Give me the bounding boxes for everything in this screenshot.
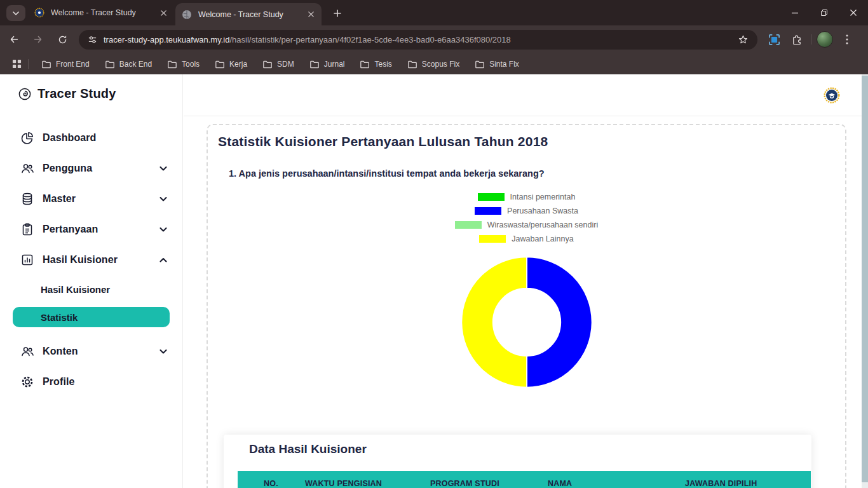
sidebar-item-dashboard[interactable]: Dashboard <box>20 128 168 148</box>
folder-icon <box>360 59 370 69</box>
sidebar-item-konten[interactable]: Konten <box>20 341 168 362</box>
page-title: Statistik Kuisioner Pertanyaan Lulusan T… <box>218 134 548 149</box>
folder-icon <box>167 59 177 69</box>
bookmark-folder[interactable]: Front End <box>34 57 97 72</box>
browser-tab-inactive[interactable]: Welcome - Tracer Study <box>28 0 174 25</box>
column-header-waktu-pengisian: WAKTU PENGISIAN <box>305 479 430 488</box>
legend-item[interactable]: Wiraswasta/perusahaan sendiri <box>455 218 598 232</box>
column-header-jawaban-dipilih: JAWABAN DIPILIH <box>685 479 811 488</box>
sidebar-item-hasil-kuisioner[interactable]: Hasil Kuisioner <box>20 250 168 270</box>
database-icon <box>20 192 34 206</box>
forward-button[interactable] <box>28 29 48 50</box>
app-brand[interactable]: Tracer Study <box>18 86 116 101</box>
url-host: tracer-study-app.teukuafwan.my.id <box>104 35 229 44</box>
forward-icon <box>32 34 44 45</box>
bookmark-folder[interactable]: Kerja <box>207 57 255 72</box>
legend-label: Intansi pemerintah <box>510 193 576 201</box>
url-bar[interactable]: tracer-study-app.teukuafwan.my.id/hasil/… <box>79 30 757 50</box>
doughnut-slice-jawaban-lainnya[interactable] <box>461 257 527 387</box>
tab-close-button[interactable] <box>158 7 169 18</box>
extensions-button[interactable] <box>788 30 806 48</box>
reload-button[interactable] <box>52 29 72 50</box>
folder-icon <box>407 59 417 69</box>
legend-label: Wiraswasta/perusahaan sendiri <box>487 220 598 229</box>
bookmark-folder[interactable]: Back End <box>97 57 159 72</box>
statistics-panel: Statistik Kuisioner Pertanyaan Lulusan T… <box>207 124 846 488</box>
university-seal-favicon <box>34 8 44 18</box>
doughnut-chart[interactable] <box>456 251 598 393</box>
bookmark-star-icon[interactable] <box>738 34 749 45</box>
folder-icon <box>105 59 115 69</box>
url-path: /hasil/statistik/per-pertanyaan/4f02f1ae… <box>229 35 510 44</box>
new-tab-button[interactable] <box>329 5 346 22</box>
tab-capture-button[interactable] <box>765 30 783 48</box>
results-card: Data Hasil Kuisioner NO. WAKTU PENGISIAN… <box>224 435 811 488</box>
bookmark-folder[interactable]: Sinta Flx <box>467 57 527 72</box>
users-icon <box>20 161 34 175</box>
university-seal-icon[interactable] <box>824 87 840 104</box>
minimize-button[interactable] <box>780 0 810 25</box>
chevron-down-icon <box>158 346 168 356</box>
legend-item[interactable]: Jawaban Lainnya <box>479 232 573 246</box>
users-icon <box>20 344 34 358</box>
legend-item[interactable]: Perusahaan Swasta <box>475 204 578 218</box>
back-button[interactable] <box>4 29 24 50</box>
bookmark-folder[interactable]: Jurnal <box>302 57 353 72</box>
tab-strip: Welcome - Tracer Study Welcome - Tracer … <box>0 0 868 25</box>
bookmarks-bar: Front End Back End Tools Kerja SDM Jurna… <box>0 53 868 74</box>
tab-title: Welcome - Tracer Study <box>51 8 153 17</box>
reload-icon <box>57 34 68 45</box>
back-icon <box>8 34 20 45</box>
legend-swatch <box>455 221 482 229</box>
folder-icon <box>41 59 51 69</box>
pie-chart-icon <box>20 131 34 145</box>
bookmark-folder[interactable]: Tesis <box>352 57 399 72</box>
apps-grid-button[interactable] <box>8 56 25 72</box>
bookmarks-divider <box>28 59 29 69</box>
sidebar-item-pengguna[interactable]: Pengguna <box>20 158 168 179</box>
scrollbar-thumb[interactable] <box>862 76 868 482</box>
bookmark-label: Tools <box>182 60 200 69</box>
bookmark-folder[interactable]: Scopus Fix <box>400 57 467 72</box>
submenu-item-statistik-active[interactable]: Statistik <box>13 307 170 327</box>
legend-label: Perusahaan Swasta <box>507 207 578 215</box>
doughnut-slice-perusahaan-swasta[interactable] <box>527 257 592 387</box>
legend-label: Jawaban Lainnya <box>512 234 573 243</box>
close-window-button[interactable] <box>839 0 868 25</box>
browser-menu-button[interactable] <box>838 30 856 48</box>
restore-button[interactable] <box>810 0 839 25</box>
bar-chart-icon <box>20 253 34 267</box>
minimize-icon <box>791 9 799 17</box>
chevron-down-icon <box>158 163 168 173</box>
bookmark-folder[interactable]: SDM <box>255 57 302 72</box>
submenu-item-hasil-kuisioner[interactable]: Hasil Kuisioner <box>41 280 110 298</box>
bookmark-label: Jurnal <box>324 60 345 69</box>
sidebar-item-profile[interactable]: Profile <box>20 372 168 392</box>
sidebar-item-label: Dashboard <box>43 132 96 144</box>
sidebar-item-label: Pertanyaan <box>43 224 98 235</box>
profile-avatar[interactable] <box>817 31 833 48</box>
bookmark-folder[interactable]: Tools <box>159 57 207 72</box>
site-info-icon[interactable] <box>88 35 97 44</box>
bookmark-label: Tesis <box>374 60 391 69</box>
question-text: 1. Apa jenis perusahaan/intansi/institus… <box>229 168 545 179</box>
tab-close-button[interactable] <box>305 9 316 20</box>
tab-search-button[interactable] <box>6 5 25 21</box>
sidebar-item-master[interactable]: Master <box>20 189 168 209</box>
plus-icon <box>333 9 342 18</box>
sidebar-item-pertanyaan[interactable]: Pertanyaan <box>20 219 168 240</box>
page-scrollbar <box>862 74 868 488</box>
bookmark-label: Sinta Flx <box>489 60 519 69</box>
column-header-no: NO. <box>238 479 305 488</box>
three-dots-icon <box>846 34 848 44</box>
chevron-down-icon <box>158 224 168 234</box>
folder-icon <box>215 59 225 69</box>
main-content: Statistik Kuisioner Pertanyaan Lulusan T… <box>184 116 862 488</box>
chevron-up-icon <box>158 255 168 265</box>
column-header-nama: NAMA <box>548 479 685 488</box>
close-icon <box>850 9 857 17</box>
puzzle-icon <box>791 34 803 46</box>
browser-tab-active[interactable]: Welcome - Tracer Study <box>175 3 322 25</box>
bookmark-label: Scopus Fix <box>422 60 459 69</box>
legend-item[interactable]: Intansi pemerintah <box>478 190 576 204</box>
